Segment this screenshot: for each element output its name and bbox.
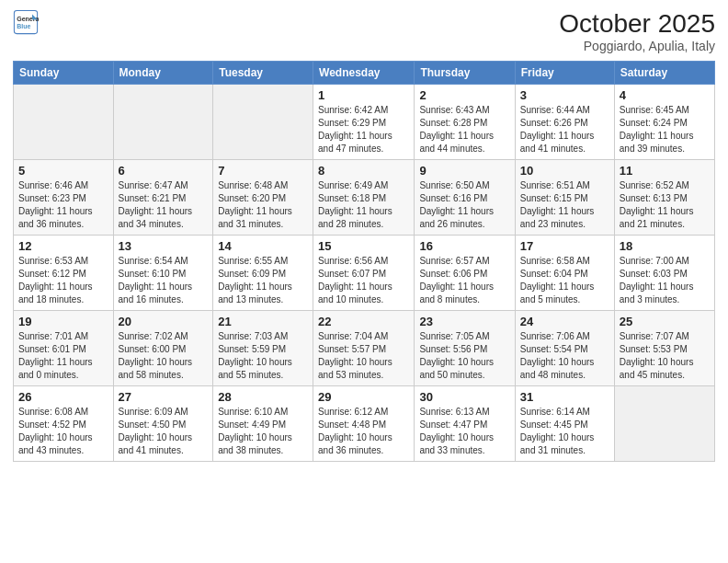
day-info: Sunrise: 7:07 AM Sunset: 5:53 PM Dayligh… <box>620 330 710 382</box>
logo: General Blue <box>13 9 39 35</box>
day-number: 15 <box>318 239 409 253</box>
day-info: Sunrise: 7:03 AM Sunset: 5:59 PM Dayligh… <box>218 330 308 382</box>
calendar-cell: 8Sunrise: 6:49 AM Sunset: 6:18 PM Daylig… <box>313 160 415 236</box>
calendar-week-row: 1Sunrise: 6:42 AM Sunset: 6:29 PM Daylig… <box>14 85 715 160</box>
calendar-cell: 11Sunrise: 6:52 AM Sunset: 6:13 PM Dayli… <box>614 160 714 236</box>
weekday-header-cell: Saturday <box>614 62 714 85</box>
day-info: Sunrise: 6:56 AM Sunset: 6:07 PM Dayligh… <box>318 255 409 306</box>
title-block: October 2025 Poggiardo, Apulia, Italy <box>559 9 715 53</box>
weekday-header-row: SundayMondayTuesdayWednesdayThursdayFrid… <box>14 62 715 85</box>
day-number: 27 <box>119 390 209 404</box>
calendar-cell: 21Sunrise: 7:03 AM Sunset: 5:59 PM Dayli… <box>213 311 313 386</box>
calendar-cell: 25Sunrise: 7:07 AM Sunset: 5:53 PM Dayli… <box>614 311 714 386</box>
day-number: 9 <box>419 164 509 178</box>
calendar-cell <box>113 85 213 160</box>
calendar-cell: 24Sunrise: 7:06 AM Sunset: 5:54 PM Dayli… <box>515 311 614 386</box>
day-number: 2 <box>419 88 509 102</box>
calendar-cell: 10Sunrise: 6:51 AM Sunset: 6:15 PM Dayli… <box>515 160 614 236</box>
calendar-cell: 17Sunrise: 6:58 AM Sunset: 6:04 PM Dayli… <box>515 236 614 311</box>
day-info: Sunrise: 6:13 AM Sunset: 4:47 PM Dayligh… <box>419 406 509 457</box>
day-number: 29 <box>318 390 409 404</box>
calendar-cell: 19Sunrise: 7:01 AM Sunset: 6:01 PM Dayli… <box>14 311 114 386</box>
subtitle: Poggiardo, Apulia, Italy <box>559 39 715 53</box>
calendar-cell <box>14 85 114 160</box>
calendar-cell: 7Sunrise: 6:48 AM Sunset: 6:20 PM Daylig… <box>213 160 313 236</box>
calendar-cell: 26Sunrise: 6:08 AM Sunset: 4:52 PM Dayli… <box>14 386 114 462</box>
calendar-body: 1Sunrise: 6:42 AM Sunset: 6:29 PM Daylig… <box>14 85 715 462</box>
weekday-header-cell: Monday <box>113 62 213 85</box>
day-number: 28 <box>218 390 308 404</box>
day-number: 23 <box>419 315 509 328</box>
day-info: Sunrise: 6:49 AM Sunset: 6:18 PM Dayligh… <box>318 179 409 231</box>
day-info: Sunrise: 6:54 AM Sunset: 6:10 PM Dayligh… <box>119 255 209 306</box>
calendar-cell: 27Sunrise: 6:09 AM Sunset: 4:50 PM Dayli… <box>113 386 213 462</box>
calendar-week-row: 5Sunrise: 6:46 AM Sunset: 6:23 PM Daylig… <box>14 160 715 236</box>
day-number: 18 <box>620 239 710 253</box>
day-info: Sunrise: 7:05 AM Sunset: 5:56 PM Dayligh… <box>419 330 509 382</box>
day-number: 12 <box>18 239 108 253</box>
day-info: Sunrise: 7:01 AM Sunset: 6:01 PM Dayligh… <box>18 330 108 382</box>
day-info: Sunrise: 7:02 AM Sunset: 6:00 PM Dayligh… <box>119 330 209 382</box>
day-number: 16 <box>419 239 509 253</box>
day-info: Sunrise: 6:51 AM Sunset: 6:15 PM Dayligh… <box>520 179 609 231</box>
day-number: 26 <box>18 390 108 404</box>
day-number: 20 <box>119 315 209 328</box>
calendar-cell: 1Sunrise: 6:42 AM Sunset: 6:29 PM Daylig… <box>313 85 415 160</box>
day-info: Sunrise: 6:48 AM Sunset: 6:20 PM Dayligh… <box>218 179 308 231</box>
calendar-cell <box>213 85 313 160</box>
day-info: Sunrise: 6:46 AM Sunset: 6:23 PM Dayligh… <box>18 179 108 231</box>
header: General Blue October 2025 Poggiardo, Apu… <box>13 9 715 53</box>
calendar: SundayMondayTuesdayWednesdayThursdayFrid… <box>13 61 715 462</box>
day-number: 19 <box>18 315 108 328</box>
day-number: 14 <box>218 239 308 253</box>
calendar-cell: 5Sunrise: 6:46 AM Sunset: 6:23 PM Daylig… <box>14 160 114 236</box>
logo-icon: General Blue <box>13 9 39 35</box>
calendar-cell: 20Sunrise: 7:02 AM Sunset: 6:00 PM Dayli… <box>113 311 213 386</box>
day-number: 24 <box>520 315 609 328</box>
day-number: 11 <box>620 164 710 178</box>
svg-text:Blue: Blue <box>17 23 30 29</box>
day-info: Sunrise: 6:44 AM Sunset: 6:26 PM Dayligh… <box>520 104 609 155</box>
weekday-header-cell: Friday <box>515 62 614 85</box>
svg-rect-0 <box>14 10 37 33</box>
day-number: 31 <box>520 390 609 404</box>
day-number: 21 <box>218 315 308 328</box>
calendar-cell: 6Sunrise: 6:47 AM Sunset: 6:21 PM Daylig… <box>113 160 213 236</box>
day-info: Sunrise: 6:14 AM Sunset: 4:45 PM Dayligh… <box>520 406 609 457</box>
day-info: Sunrise: 6:45 AM Sunset: 6:24 PM Dayligh… <box>620 104 710 155</box>
calendar-cell: 18Sunrise: 7:00 AM Sunset: 6:03 PM Dayli… <box>614 236 714 311</box>
day-info: Sunrise: 6:10 AM Sunset: 4:49 PM Dayligh… <box>218 406 308 457</box>
calendar-cell: 13Sunrise: 6:54 AM Sunset: 6:10 PM Dayli… <box>113 236 213 311</box>
calendar-cell: 16Sunrise: 6:57 AM Sunset: 6:06 PM Dayli… <box>415 236 515 311</box>
calendar-week-row: 19Sunrise: 7:01 AM Sunset: 6:01 PM Dayli… <box>14 311 715 386</box>
day-info: Sunrise: 6:47 AM Sunset: 6:21 PM Dayligh… <box>119 179 209 231</box>
day-number: 5 <box>18 164 108 178</box>
day-info: Sunrise: 6:52 AM Sunset: 6:13 PM Dayligh… <box>620 179 710 231</box>
day-info: Sunrise: 6:53 AM Sunset: 6:12 PM Dayligh… <box>18 255 108 306</box>
calendar-cell: 31Sunrise: 6:14 AM Sunset: 4:45 PM Dayli… <box>515 386 614 462</box>
page: General Blue October 2025 Poggiardo, Apu… <box>0 0 728 563</box>
day-number: 8 <box>318 164 409 178</box>
calendar-cell: 30Sunrise: 6:13 AM Sunset: 4:47 PM Dayli… <box>415 386 515 462</box>
day-number: 10 <box>520 164 609 178</box>
weekday-header-cell: Sunday <box>14 62 114 85</box>
day-number: 4 <box>620 88 710 102</box>
calendar-cell: 29Sunrise: 6:12 AM Sunset: 4:48 PM Dayli… <box>313 386 415 462</box>
day-info: Sunrise: 7:00 AM Sunset: 6:03 PM Dayligh… <box>620 255 710 306</box>
day-info: Sunrise: 6:43 AM Sunset: 6:28 PM Dayligh… <box>419 104 509 155</box>
day-info: Sunrise: 6:55 AM Sunset: 6:09 PM Dayligh… <box>218 255 308 306</box>
day-info: Sunrise: 6:12 AM Sunset: 4:48 PM Dayligh… <box>318 406 409 457</box>
calendar-week-row: 12Sunrise: 6:53 AM Sunset: 6:12 PM Dayli… <box>14 236 715 311</box>
day-info: Sunrise: 7:06 AM Sunset: 5:54 PM Dayligh… <box>520 330 609 382</box>
day-info: Sunrise: 6:42 AM Sunset: 6:29 PM Dayligh… <box>318 104 409 155</box>
calendar-cell: 14Sunrise: 6:55 AM Sunset: 6:09 PM Dayli… <box>213 236 313 311</box>
calendar-cell: 4Sunrise: 6:45 AM Sunset: 6:24 PM Daylig… <box>614 85 714 160</box>
calendar-cell <box>614 386 714 462</box>
day-number: 25 <box>620 315 710 328</box>
day-number: 17 <box>520 239 609 253</box>
day-number: 7 <box>218 164 308 178</box>
day-info: Sunrise: 6:57 AM Sunset: 6:06 PM Dayligh… <box>419 255 509 306</box>
day-number: 30 <box>419 390 509 404</box>
day-info: Sunrise: 6:58 AM Sunset: 6:04 PM Dayligh… <box>520 255 609 306</box>
day-info: Sunrise: 7:04 AM Sunset: 5:57 PM Dayligh… <box>318 330 409 382</box>
